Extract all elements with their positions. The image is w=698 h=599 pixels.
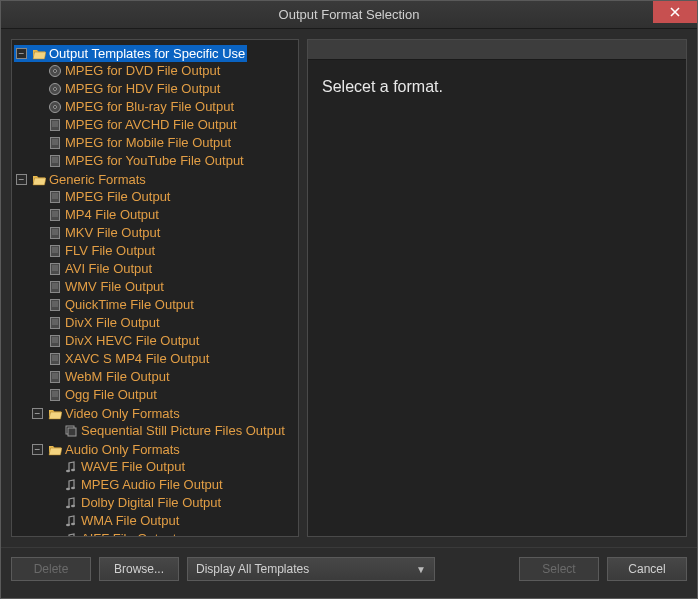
template-filter-dropdown[interactable]: Display All Templates ▼ <box>187 557 435 581</box>
tree-toggle[interactable]: − <box>32 444 43 455</box>
folder-icon <box>32 173 46 187</box>
tree-item-label: WMA File Output <box>81 512 179 529</box>
tree-item-label: MPEG File Output <box>65 188 170 205</box>
file-icon <box>48 388 62 402</box>
tree-item-wmv-file-output[interactable]: WMV File Output <box>30 278 166 295</box>
content-area: −Output Templates for Specific UseMPEG f… <box>1 29 697 547</box>
tree-item-label: MPEG for DVD File Output <box>65 62 220 79</box>
folder-icon <box>48 443 62 457</box>
tree-toggle[interactable]: − <box>32 408 43 419</box>
close-button[interactable] <box>653 1 697 23</box>
tree-item-mp4-file-output[interactable]: MP4 File Output <box>30 206 161 223</box>
detail-message: Selecet a format. <box>308 60 686 114</box>
tree-item-label: QuickTime File Output <box>65 296 194 313</box>
tree-item-label: AVI File Output <box>65 260 152 277</box>
tree-item-mpeg-for-youtube-file-output[interactable]: MPEG for YouTube File Output <box>30 152 246 169</box>
tree-item-label: Output Templates for Specific Use <box>49 45 245 62</box>
tree-item-mpeg-for-avchd-file-output[interactable]: MPEG for AVCHD File Output <box>30 116 239 133</box>
tree-item-label: MPEG for Mobile File Output <box>65 134 231 151</box>
tree-item-label: DivX HEVC File Output <box>65 332 199 349</box>
tree-item-label: AIFF File Output <box>81 530 176 537</box>
bottom-bar: Delete Browse... Display All Templates ▼… <box>1 547 697 589</box>
tree-item-mpeg-for-hdv-file-output[interactable]: MPEG for HDV File Output <box>30 80 222 97</box>
tree-item-video-only-formats[interactable]: −Video Only Formats <box>30 405 182 422</box>
tree-item-mpeg-for-dvd-file-output[interactable]: MPEG for DVD File Output <box>30 62 222 79</box>
tree-item-label: WAVE File Output <box>81 458 185 475</box>
tree-toggle[interactable]: − <box>16 174 27 185</box>
titlebar: Output Format Selection <box>1 1 697 29</box>
file-icon <box>48 334 62 348</box>
tree-item-label: XAVC S MP4 File Output <box>65 350 209 367</box>
tree-item-divx-hevc-file-output[interactable]: DivX HEVC File Output <box>30 332 201 349</box>
chevron-down-icon: ▼ <box>416 563 426 574</box>
tree-item-mkv-file-output[interactable]: MKV File Output <box>30 224 162 241</box>
disc-icon <box>48 82 62 96</box>
tree-item-output-templates-for-specific-use[interactable]: −Output Templates for Specific Use <box>14 45 247 62</box>
tree-item-quicktime-file-output[interactable]: QuickTime File Output <box>30 296 196 313</box>
detail-header <box>308 40 686 60</box>
cancel-button[interactable]: Cancel <box>607 557 687 581</box>
browse-button[interactable]: Browse... <box>99 557 179 581</box>
file-icon <box>48 136 62 150</box>
tree-item-label: DivX File Output <box>65 314 160 331</box>
select-button[interactable]: Select <box>519 557 599 581</box>
file-icon <box>48 262 62 276</box>
disc-icon <box>48 100 62 114</box>
tree-panel[interactable]: −Output Templates for Specific UseMPEG f… <box>11 39 299 537</box>
file-icon <box>48 190 62 204</box>
template-tree: −Output Templates for Specific UseMPEG f… <box>14 44 296 537</box>
note-icon <box>64 496 78 510</box>
disc-icon <box>48 64 62 78</box>
tree-item-flv-file-output[interactable]: FLV File Output <box>30 242 157 259</box>
file-icon <box>48 298 62 312</box>
tree-item-avi-file-output[interactable]: AVI File Output <box>30 260 154 277</box>
file-icon <box>48 118 62 132</box>
tree-item-wma-file-output[interactable]: WMA File Output <box>46 512 181 529</box>
tree-item-mpeg-audio-file-output[interactable]: MPEG Audio File Output <box>46 476 225 493</box>
window-title: Output Format Selection <box>279 7 420 22</box>
note-icon <box>64 532 78 538</box>
stack-icon <box>64 424 78 438</box>
tree-item-label: Generic Formats <box>49 171 146 188</box>
tree-item-generic-formats[interactable]: −Generic Formats <box>14 171 148 188</box>
file-icon <box>48 316 62 330</box>
tree-item-label: Dolby Digital File Output <box>81 494 221 511</box>
note-icon <box>64 460 78 474</box>
tree-item-label: MPEG for YouTube File Output <box>65 152 244 169</box>
dropdown-label: Display All Templates <box>196 562 309 576</box>
tree-item-label: MPEG for Blu-ray File Output <box>65 98 234 115</box>
tree-item-label: MPEG for HDV File Output <box>65 80 220 97</box>
tree-item-mpeg-for-blu-ray-file-output[interactable]: MPEG for Blu-ray File Output <box>30 98 236 115</box>
folder-icon <box>32 47 46 61</box>
note-icon <box>64 514 78 528</box>
detail-panel: Selecet a format. <box>307 39 687 537</box>
tree-item-wave-file-output[interactable]: WAVE File Output <box>46 458 187 475</box>
tree-item-label: Video Only Formats <box>65 405 180 422</box>
tree-item-audio-only-formats[interactable]: −Audio Only Formats <box>30 441 182 458</box>
tree-item-mpeg-file-output[interactable]: MPEG File Output <box>30 188 172 205</box>
file-icon <box>48 370 62 384</box>
tree-item-dolby-digital-file-output[interactable]: Dolby Digital File Output <box>46 494 223 511</box>
tree-item-xavc-s-mp4-file-output[interactable]: XAVC S MP4 File Output <box>30 350 211 367</box>
folder-icon <box>48 407 62 421</box>
tree-toggle[interactable]: − <box>16 48 27 59</box>
tree-item-label: FLV File Output <box>65 242 155 259</box>
tree-item-webm-file-output[interactable]: WebM File Output <box>30 368 172 385</box>
tree-item-label: MKV File Output <box>65 224 160 241</box>
file-icon <box>48 208 62 222</box>
tree-item-label: WebM File Output <box>65 368 170 385</box>
tree-item-mpeg-for-mobile-file-output[interactable]: MPEG for Mobile File Output <box>30 134 233 151</box>
tree-item-sequential-still-picture-files-output[interactable]: Sequential Still Picture Files Output <box>46 422 287 439</box>
tree-item-divx-file-output[interactable]: DivX File Output <box>30 314 162 331</box>
tree-item-ogg-file-output[interactable]: Ogg File Output <box>30 386 159 403</box>
tree-item-label: MPEG Audio File Output <box>81 476 223 493</box>
file-icon <box>48 244 62 258</box>
file-icon <box>48 352 62 366</box>
delete-button[interactable]: Delete <box>11 557 91 581</box>
tree-item-label: Ogg File Output <box>65 386 157 403</box>
file-icon <box>48 226 62 240</box>
tree-item-label: MP4 File Output <box>65 206 159 223</box>
tree-item-aiff-file-output[interactable]: AIFF File Output <box>46 530 178 537</box>
note-icon <box>64 478 78 492</box>
tree-item-label: Sequential Still Picture Files Output <box>81 422 285 439</box>
